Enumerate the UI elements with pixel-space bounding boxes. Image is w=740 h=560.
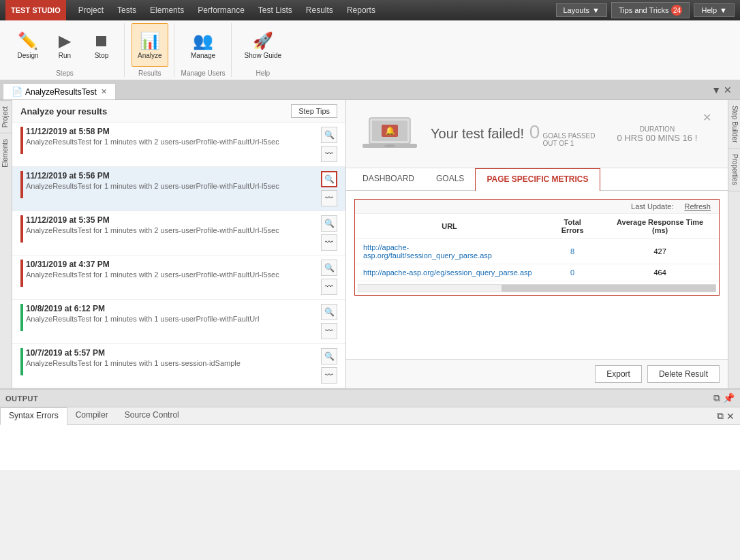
tab-page-specific-metrics[interactable]: PAGE SPECIFIC METRICS: [475, 168, 600, 191]
export-button[interactable]: Export: [595, 365, 642, 383]
show-guide-button[interactable]: 🚀 Show Guide: [238, 23, 288, 67]
search-icon-btn-active[interactable]: 🔍: [321, 171, 337, 187]
delete-result-button[interactable]: Delete Result: [647, 365, 720, 383]
menu-tests[interactable]: Tests: [110, 1, 143, 19]
analyze-label: Analyze: [138, 52, 162, 59]
output-panel: OUTPUT ⧉ 📌 Syntax Errors Compiler Source…: [0, 388, 740, 470]
help-label: Help: [701, 6, 717, 14]
steps-group-label: Steps: [56, 68, 74, 77]
search-icon-btn[interactable]: 🔍: [321, 127, 337, 143]
tips-badge: 24: [671, 5, 682, 16]
manage-button[interactable]: 👥 Manage: [185, 23, 221, 67]
tab-compiler[interactable]: Compiler: [67, 407, 117, 424]
project-side-label[interactable]: Project: [0, 100, 12, 133]
output-pin-icon[interactable]: 📌: [723, 392, 735, 404]
help-group-label: Help: [256, 68, 271, 77]
manage-label: Manage: [191, 52, 215, 59]
analyze-button[interactable]: 📊 Analyze: [132, 23, 168, 67]
panel-close-icon[interactable]: ✕: [724, 84, 732, 95]
stop-button[interactable]: ⏹ Stop: [84, 23, 119, 67]
trend-icon-btn[interactable]: 〰: [321, 323, 337, 339]
step-tips-button[interactable]: Step Tips: [291, 104, 337, 118]
menu-results[interactable]: Results: [299, 1, 340, 19]
menu-performance[interactable]: Performance: [191, 1, 251, 19]
panel-menu-icon[interactable]: ▼: [711, 84, 721, 95]
output-title: OUTPUT: [5, 394, 38, 403]
tab-syntax-errors[interactable]: Syntax Errors: [0, 407, 67, 425]
test-item[interactable]: 10/31/2019 at 4:37 PM AnalyzeResultsTest…: [12, 255, 345, 300]
tab-source-control[interactable]: Source Control: [117, 407, 187, 424]
trend-icon-btn[interactable]: 〰: [321, 234, 337, 251]
menu-elements[interactable]: Elements: [143, 1, 191, 19]
step-builder-side-label[interactable]: Step Builder: [728, 100, 740, 149]
trend-icon-btn[interactable]: 〰: [321, 190, 337, 206]
design-button[interactable]: ✏️ Design: [11, 23, 45, 67]
trend-icon-btn[interactable]: 〰: [321, 367, 337, 384]
stop-icon: ⏹: [93, 31, 110, 50]
search-icon-btn[interactable]: 🔍: [321, 348, 337, 364]
laptop-container: 🔔: [363, 112, 417, 155]
design-icon: ✏️: [18, 31, 38, 50]
search-icon-btn[interactable]: 🔍: [321, 260, 337, 276]
test-item-desc: AnalyzeResultsTest for 1 minutes with 2 …: [26, 226, 321, 234]
menu-reports[interactable]: Reports: [340, 1, 382, 19]
test-item-content: 11/12/2019 at 5:56 PM AnalyzeResultsTest…: [26, 171, 321, 190]
test-list: 11/12/2019 at 5:58 PM AnalyzeResultsTest…: [12, 123, 345, 388]
test-item-desc: AnalyzeResultsTest for 1 minutes with 1 …: [26, 359, 321, 367]
tab-close-button[interactable]: ✕: [101, 87, 107, 96]
properties-side-label[interactable]: Properties: [728, 149, 740, 191]
trend-icon-btn[interactable]: 〰: [321, 146, 337, 162]
test-item[interactable]: 11/12/2019 at 5:56 PM AnalyzeResultsTest…: [12, 167, 345, 211]
test-item-desc: AnalyzeResultsTest for 1 minutes with 2 …: [26, 182, 321, 190]
design-label: Design: [17, 52, 38, 59]
test-item-content: 10/8/2019 at 6:12 PM AnalyzeResultsTest …: [26, 304, 321, 323]
test-item-content: 10/7/2019 at 5:57 PM AnalyzeResultsTest …: [26, 348, 321, 367]
goals-stat: 0 GOALS PASSED OUT OF 1: [529, 121, 596, 147]
test-item[interactable]: 10/8/2019 at 6:12 PM AnalyzeResultsTest …: [12, 300, 345, 344]
elements-side-label[interactable]: Elements: [0, 133, 12, 173]
toolbar-group-results: 📊 Analyze Results: [126, 23, 174, 77]
layouts-chevron-icon: ▼: [592, 6, 600, 14]
tab-dashboard[interactable]: DASHBOARD: [352, 168, 425, 190]
test-item[interactable]: 11/12/2019 at 5:58 PM AnalyzeResultsTest…: [12, 123, 345, 167]
test-indicator-red: [20, 260, 23, 287]
analyze-results-tab[interactable]: 📄 AnalyzeResultsTest ✕: [3, 83, 116, 99]
test-item-actions: 🔍 〰: [321, 171, 337, 206]
help-buttons: 🚀 Show Guide: [238, 23, 288, 67]
close-banner-btn[interactable]: ✕: [703, 111, 711, 124]
metrics-table: URL Total Errors Average Response Time (…: [355, 214, 719, 281]
menu-items: Project Tests Elements Performance Test …: [72, 1, 382, 19]
test-item[interactable]: 10/7/2019 at 5:57 PM AnalyzeResultsTest …: [12, 344, 345, 388]
show-guide-icon: 🚀: [253, 31, 273, 50]
test-item[interactable]: 11/12/2019 at 5:35 PM AnalyzeResultsTest…: [12, 211, 345, 255]
menu-project[interactable]: Project: [72, 1, 110, 19]
horizontal-scrollbar[interactable]: [358, 284, 716, 292]
output-copy-icon[interactable]: ⧉: [717, 410, 724, 422]
url-cell-2[interactable]: http://apache-asp.org/eg/session_query_p…: [355, 264, 544, 281]
results-group-label: Results: [138, 68, 161, 77]
metrics-box-header: Last Update: Refresh: [355, 200, 719, 214]
tips-tricks-button[interactable]: Tips and Tricks 24: [611, 2, 690, 18]
trend-icon-btn[interactable]: 〰: [321, 279, 337, 295]
test-item-actions: 🔍 〰: [321, 260, 337, 295]
metrics-row: http://apache-asp.org/fault/session_quer…: [355, 239, 719, 264]
scrollbar-thumb[interactable]: [502, 285, 715, 292]
svg-text:🔔: 🔔: [385, 125, 395, 136]
search-icon-btn[interactable]: 🔍: [321, 304, 337, 320]
tab-goals[interactable]: GOALS: [425, 168, 475, 190]
help-button[interactable]: Help ▼: [694, 3, 735, 17]
run-button[interactable]: ▶ Run: [48, 23, 82, 67]
url-cell-1[interactable]: http://apache-asp.org/fault/session_quer…: [355, 239, 544, 264]
layouts-button[interactable]: Layouts ▼: [556, 3, 607, 17]
test-item-actions: 🔍 〰: [321, 127, 337, 162]
output-float-icon[interactable]: ⧉: [713, 392, 720, 404]
menu-test-lists[interactable]: Test Lists: [251, 1, 299, 19]
response-cell-2: 464: [601, 264, 719, 281]
right-side-labels: Step Builder Properties: [728, 100, 740, 388]
help-chevron-icon: ▼: [720, 6, 727, 14]
refresh-button[interactable]: Refresh: [684, 202, 711, 211]
run-label: Run: [59, 52, 71, 59]
output-close-icon[interactable]: ✕: [726, 411, 735, 422]
search-icon-btn[interactable]: 🔍: [321, 215, 337, 232]
test-indicator-green: [20, 348, 23, 375]
